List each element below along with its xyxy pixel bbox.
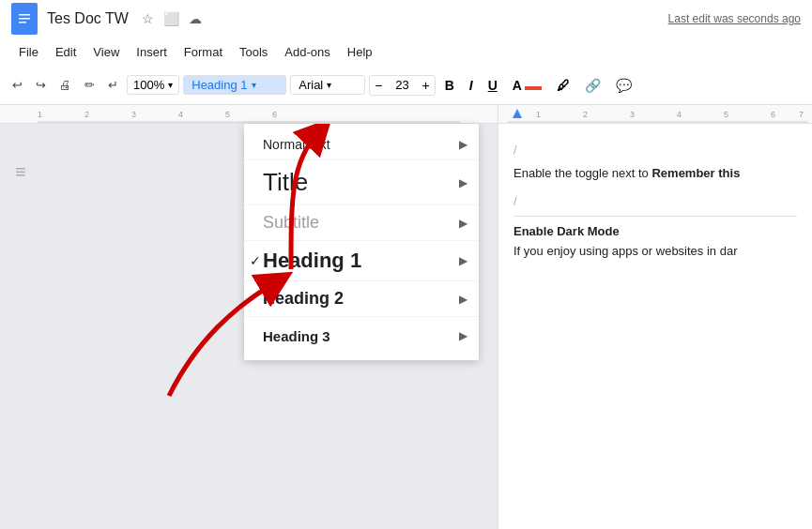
style-chevron: ▾ xyxy=(252,80,256,90)
style-value: Heading 1 xyxy=(192,78,247,92)
svg-text:7: 7 xyxy=(799,110,804,119)
slash-1: / xyxy=(513,143,797,157)
normal-arrow-icon: ▶ xyxy=(459,138,467,151)
font-selector[interactable]: Arial ▾ xyxy=(290,75,365,95)
title-arrow-icon: ▶ xyxy=(459,176,467,189)
svg-text:6: 6 xyxy=(272,110,277,119)
highlight-button[interactable]: 🖊 xyxy=(551,75,575,96)
heading3-label: Heading 3 xyxy=(263,328,330,344)
undo-button[interactable]: ↩ xyxy=(8,74,27,96)
section-divider xyxy=(513,216,797,217)
menu-file[interactable]: File xyxy=(11,42,46,62)
svg-rect-3 xyxy=(19,22,26,23)
drive-icon[interactable]: ⬜ xyxy=(163,11,179,26)
color-indicator xyxy=(525,86,542,90)
print-button[interactable]: 🖨 xyxy=(54,74,76,96)
subtitle-arrow-icon: ▶ xyxy=(459,217,467,230)
svg-text:2: 2 xyxy=(84,110,89,119)
font-size-control: − 23 + xyxy=(369,75,435,96)
title-label: Title xyxy=(263,168,308,197)
title-icons: ☆ ⬜ ☁ xyxy=(142,11,202,26)
fontcolor-button[interactable]: A xyxy=(507,75,547,96)
heading2-arrow-icon: ▶ xyxy=(459,293,467,306)
link-button[interactable]: 🔗 xyxy=(579,75,606,96)
last-edit-label: Last edit was seconds ago xyxy=(668,12,801,25)
zoom-value: 100% xyxy=(133,78,164,92)
svg-text:3: 3 xyxy=(131,110,136,119)
right-ruler: 1 2 3 4 5 6 7 xyxy=(498,105,812,124)
bold-button[interactable]: B xyxy=(439,75,460,96)
indent-button[interactable]: ↵ xyxy=(103,74,123,96)
svg-text:3: 3 xyxy=(630,110,635,119)
heading1-arrow-icon: ▶ xyxy=(459,254,467,267)
svg-text:1: 1 xyxy=(536,110,541,119)
doc-page: ≡ Normal text ▶ Title ▶ Subtitle ▶ xyxy=(0,124,498,529)
svg-rect-2 xyxy=(19,18,30,20)
svg-text:4: 4 xyxy=(677,110,682,119)
svg-rect-1 xyxy=(19,14,30,16)
dark-mode-body: If you enjoy using apps or websites in d… xyxy=(513,242,797,261)
heading3-arrow-icon: ▶ xyxy=(459,329,467,342)
font-size-minus[interactable]: − xyxy=(370,76,387,95)
menu-bar: File Edit View Insert Format Tools Add-o… xyxy=(0,38,812,66)
dark-mode-title: Enable Dark Mode xyxy=(513,224,797,238)
doc-area: 1 2 3 4 5 6 ≡ Normal text ▶ Title xyxy=(0,105,498,529)
menu-tools[interactable]: Tools xyxy=(232,42,275,62)
zoom-chevron: ▾ xyxy=(168,80,173,90)
star-icon[interactable]: ☆ xyxy=(142,11,154,26)
fontcolor-label: A xyxy=(513,78,522,93)
slash-2: / xyxy=(513,194,797,208)
normal-text-label: Normal text xyxy=(263,137,330,152)
dropdown-item-heading2[interactable]: Heading 2 ▶ xyxy=(244,281,479,317)
right-panel: 1 2 3 4 5 6 7 / Enable the toggle next t… xyxy=(498,105,812,529)
menu-help[interactable]: Help xyxy=(340,42,380,62)
heading2-label: Heading 2 xyxy=(263,289,344,309)
redo-button[interactable]: ↪ xyxy=(31,74,51,96)
font-chevron: ▾ xyxy=(327,80,331,90)
dropdown-item-title[interactable]: Title ▶ xyxy=(244,160,479,205)
style-selector[interactable]: Heading 1 ▾ xyxy=(183,75,286,95)
dropdown-item-subtitle[interactable]: Subtitle ▶ xyxy=(244,205,479,241)
ruler: 1 2 3 4 5 6 xyxy=(0,105,498,124)
menu-insert[interactable]: Insert xyxy=(129,42,175,62)
svg-text:5: 5 xyxy=(724,110,728,119)
italic-button[interactable]: I xyxy=(464,75,479,96)
svg-text:4: 4 xyxy=(178,110,183,119)
heading1-check-icon: ✓ xyxy=(250,253,261,268)
menu-view[interactable]: View xyxy=(85,42,127,62)
font-size-plus[interactable]: + xyxy=(417,76,434,95)
main-content: 1 2 3 4 5 6 ≡ Normal text ▶ Title xyxy=(0,105,812,529)
svg-text:6: 6 xyxy=(771,110,775,119)
svg-marker-14 xyxy=(513,109,522,118)
menu-addons[interactable]: Add-ons xyxy=(277,42,337,62)
doc-icon xyxy=(11,3,38,35)
doc-title: Tes Doc TW xyxy=(47,10,129,27)
margin-icon: ≡ xyxy=(15,161,26,183)
menu-edit[interactable]: Edit xyxy=(48,42,84,62)
font-size-value: 23 xyxy=(389,76,415,94)
menu-format[interactable]: Format xyxy=(176,42,230,62)
dropdown-item-heading1[interactable]: ✓ Heading 1 ▶ xyxy=(244,241,479,281)
zoom-selector[interactable]: 100% ▾ xyxy=(127,75,179,95)
subtitle-label: Subtitle xyxy=(263,213,319,233)
title-bar: Tes Doc TW ☆ ⬜ ☁ Last edit was seconds a… xyxy=(0,0,812,38)
svg-text:5: 5 xyxy=(225,110,230,119)
paintformat-button[interactable]: ✏ xyxy=(80,74,100,96)
svg-text:2: 2 xyxy=(583,110,588,119)
dropdown-item-normal[interactable]: Normal text ▶ xyxy=(244,129,479,160)
dropdown-item-heading3[interactable]: Heading 3 ▶ xyxy=(244,317,479,355)
toolbar: ↩ ↪ 🖨 ✏ ↵ 100% ▾ Heading 1 ▾ Arial ▾ − 2… xyxy=(0,66,812,105)
right-content: / Enable the toggle next to Remember thi… xyxy=(513,116,797,260)
enable-toggle-text: Enable the toggle next to Remember this xyxy=(513,164,797,183)
style-dropdown[interactable]: Normal text ▶ Title ▶ Subtitle ▶ ✓ Headi… xyxy=(244,124,479,360)
font-value: Arial xyxy=(299,78,323,92)
svg-text:1: 1 xyxy=(38,110,42,119)
cloud-icon[interactable]: ☁ xyxy=(189,11,202,26)
comment-button[interactable]: 💬 xyxy=(610,75,637,96)
underline-button[interactable]: U xyxy=(483,75,503,96)
heading1-label: Heading 1 xyxy=(263,249,361,273)
